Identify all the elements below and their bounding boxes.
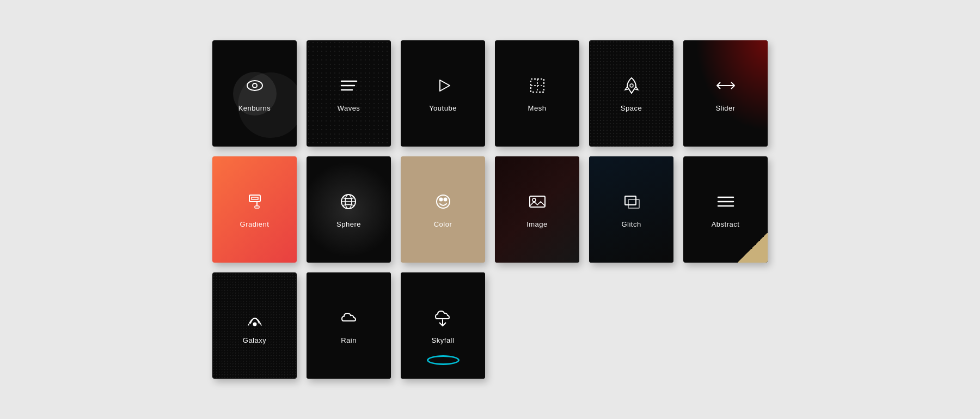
lines-icon [338, 75, 360, 96]
svg-point-9 [630, 84, 633, 87]
svg-point-19 [439, 198, 442, 201]
palette-icon [432, 191, 454, 212]
card-color[interactable]: Color [401, 156, 485, 263]
image-label: Image [526, 220, 548, 228]
card-mesh[interactable]: Mesh [495, 40, 579, 147]
menu-icon [715, 191, 737, 212]
skyfall-label: Skyfall [432, 336, 455, 344]
svg-marker-5 [440, 80, 450, 91]
slider-label: Slider [715, 104, 735, 112]
image-icon [526, 191, 548, 212]
cloud-icon [338, 307, 360, 329]
card-youtube[interactable]: Youtube [401, 40, 485, 147]
glitch-icon [621, 191, 642, 212]
svg-point-1 [253, 83, 257, 88]
galaxy-label: Galaxy [243, 336, 266, 344]
globe-icon [338, 191, 359, 212]
card-waves[interactable]: Waves [307, 40, 391, 147]
cloud-down-icon [432, 307, 454, 329]
mesh-icon [526, 75, 548, 96]
kenburns-label: Kenburns [238, 104, 271, 112]
svg-rect-12 [252, 197, 258, 199]
svg-point-28 [253, 323, 256, 326]
skyfall-teal-ring [427, 355, 460, 365]
rocket-icon [621, 75, 642, 96]
card-space[interactable]: Space [589, 40, 673, 147]
svg-rect-21 [530, 196, 545, 207]
card-gradient[interactable]: Gradient [212, 156, 297, 263]
paint-icon [244, 191, 266, 212]
card-rain[interactable]: Rain [307, 272, 391, 379]
abstract-label: Abstract [712, 220, 740, 228]
play-icon [432, 75, 454, 96]
card-sphere[interactable]: Sphere [307, 156, 391, 263]
card-image[interactable]: Image [495, 156, 579, 263]
color-label: Color [434, 220, 452, 228]
card-slider[interactable]: Slider [683, 40, 768, 147]
card-grid: Kenburns Waves Youtube [191, 19, 789, 400]
waves-label: Waves [338, 104, 360, 112]
svg-rect-24 [628, 199, 639, 208]
svg-rect-14 [255, 206, 259, 208]
card-abstract[interactable]: Abstract [683, 156, 768, 263]
card-kenburns[interactable]: Kenburns [212, 40, 297, 147]
space-label: Space [621, 104, 642, 112]
svg-point-22 [532, 198, 536, 202]
eye-icon [244, 75, 266, 96]
card-skyfall[interactable]: Skyfall [401, 272, 485, 379]
arrows-icon [715, 75, 737, 96]
card-galaxy[interactable]: Galaxy [212, 272, 297, 379]
svg-rect-11 [249, 195, 260, 202]
svg-point-0 [247, 81, 262, 90]
wifi-icon [244, 307, 266, 329]
card-glitch[interactable]: Glitch [589, 156, 673, 263]
gradient-label: Gradient [240, 220, 270, 228]
glitch-label: Glitch [621, 220, 641, 228]
mesh-label: Mesh [528, 104, 547, 112]
youtube-label: Youtube [429, 104, 457, 112]
svg-rect-23 [625, 196, 636, 205]
rain-label: Rain [341, 336, 357, 344]
sphere-label: Sphere [336, 220, 361, 228]
svg-point-20 [444, 198, 446, 201]
svg-point-18 [437, 195, 450, 208]
